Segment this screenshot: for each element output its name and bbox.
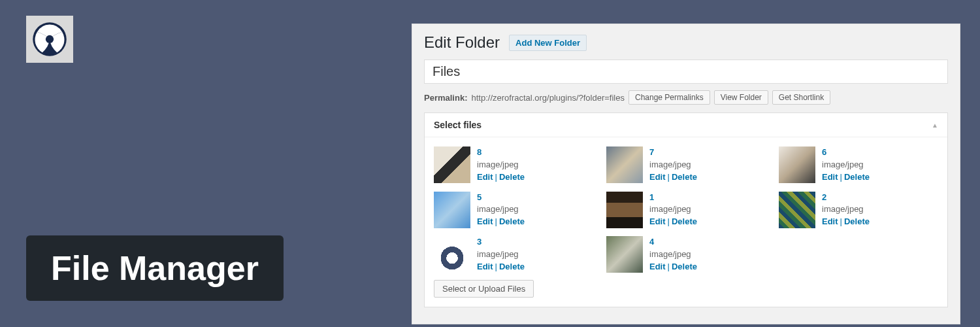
file-meta: 1image/jpegEdit|Delete — [649, 192, 697, 229]
select-or-upload-button[interactable]: Select or Upload Files — [434, 280, 534, 298]
file-name-link[interactable]: 8 — [477, 146, 525, 159]
file-item: 8image/jpegEdit|Delete — [434, 146, 593, 184]
select-files-metabox: Select files ▲ 8image/jpegEdit|Delete7im… — [424, 112, 948, 307]
file-name-link[interactable]: 6 — [822, 146, 870, 159]
add-new-folder-button[interactable]: Add New Folder — [509, 35, 587, 51]
edit-link[interactable]: Edit — [477, 262, 493, 271]
file-meta: 3image/jpegEdit|Delete — [477, 236, 525, 273]
file-thumbnail[interactable] — [779, 146, 815, 183]
file-thumbnail[interactable] — [779, 192, 815, 228]
get-shortlink-button[interactable]: Get Shortlink — [772, 90, 830, 105]
file-name-link[interactable]: 3 — [477, 236, 525, 249]
file-thumbnail[interactable] — [434, 236, 470, 273]
file-actions: Edit|Delete — [477, 261, 525, 273]
action-separator: | — [666, 172, 672, 182]
file-thumbnail[interactable] — [606, 146, 643, 183]
edit-link[interactable]: Edit — [649, 216, 666, 226]
file-mime: image/jpeg — [477, 159, 525, 171]
file-item: 2image/jpegEdit|Delete — [779, 192, 938, 229]
file-name-link[interactable]: 2 — [822, 192, 870, 204]
file-item: 7image/jpegEdit|Delete — [606, 146, 766, 184]
delete-link[interactable]: Delete — [672, 172, 697, 182]
action-separator: | — [838, 216, 844, 226]
edit-link[interactable]: Edit — [822, 172, 838, 182]
action-separator: | — [493, 216, 499, 226]
file-actions: Edit|Delete — [649, 261, 697, 273]
file-meta: 6image/jpegEdit|Delete — [822, 146, 870, 184]
banner-title: File Manager — [26, 235, 284, 301]
action-separator: | — [666, 262, 672, 271]
file-name-link[interactable]: 7 — [649, 146, 697, 159]
file-name-link[interactable]: 5 — [477, 192, 525, 204]
permalink-url: http://zerofractal.org/plugins/?folder=f… — [471, 93, 625, 103]
file-actions: Edit|Delete — [822, 171, 870, 184]
folder-name-input[interactable]: Files — [424, 60, 948, 84]
delete-link[interactable]: Delete — [499, 216, 525, 226]
file-meta: 5image/jpegEdit|Delete — [477, 192, 525, 229]
file-mime: image/jpeg — [477, 249, 525, 261]
action-separator: | — [493, 172, 499, 182]
file-item: 5image/jpegEdit|Delete — [434, 192, 593, 229]
action-separator: | — [493, 262, 499, 271]
delete-link[interactable]: Delete — [499, 262, 525, 271]
file-actions: Edit|Delete — [477, 171, 525, 184]
edit-link[interactable]: Edit — [477, 172, 493, 182]
file-actions: Edit|Delete — [649, 171, 697, 184]
plugin-logo — [26, 16, 73, 63]
action-separator: | — [838, 172, 844, 182]
file-name-link[interactable]: 4 — [649, 236, 697, 249]
file-item: 6image/jpegEdit|Delete — [779, 146, 938, 184]
delete-link[interactable]: Delete — [499, 172, 525, 182]
file-meta: 4image/jpegEdit|Delete — [649, 236, 697, 273]
file-thumbnail[interactable] — [434, 192, 470, 228]
view-folder-button[interactable]: View Folder — [714, 90, 768, 105]
file-mime: image/jpeg — [649, 159, 697, 171]
delete-link[interactable]: Delete — [672, 216, 697, 226]
edit-link[interactable]: Edit — [649, 172, 666, 182]
file-name-link[interactable]: 1 — [649, 192, 697, 204]
edit-link[interactable]: Edit — [477, 216, 493, 226]
svg-point-1 — [46, 35, 54, 43]
change-permalinks-button[interactable]: Change Permalinks — [629, 90, 710, 105]
file-meta: 8image/jpegEdit|Delete — [477, 146, 525, 184]
file-mime: image/jpeg — [649, 203, 697, 216]
file-item: 4image/jpegEdit|Delete — [606, 236, 766, 273]
delete-link[interactable]: Delete — [844, 172, 870, 182]
file-thumbnail[interactable] — [434, 146, 470, 183]
panel-header: Edit Folder Add New Folder — [424, 33, 948, 52]
file-mime: image/jpeg — [822, 203, 870, 216]
file-thumbnail[interactable] — [606, 192, 643, 228]
edit-link[interactable]: Edit — [649, 262, 666, 271]
file-grid: 8image/jpegEdit|Delete7image/jpegEdit|De… — [425, 137, 947, 280]
metabox-title: Select files — [434, 120, 482, 130]
page-title: Edit Folder — [424, 33, 500, 52]
file-meta: 2image/jpegEdit|Delete — [822, 192, 870, 229]
file-item: 3image/jpegEdit|Delete — [434, 236, 593, 273]
file-item: 1image/jpegEdit|Delete — [606, 192, 766, 229]
delete-link[interactable]: Delete — [844, 216, 870, 226]
file-actions: Edit|Delete — [477, 216, 525, 228]
file-mime: image/jpeg — [649, 249, 697, 261]
permalink-label: Permalink: — [424, 93, 467, 103]
file-meta: 7image/jpegEdit|Delete — [649, 146, 697, 184]
file-actions: Edit|Delete — [649, 216, 697, 228]
file-thumbnail[interactable] — [606, 236, 643, 273]
delete-link[interactable]: Delete — [672, 262, 697, 271]
zerofractal-logo-icon — [31, 21, 68, 58]
editor-panel: Edit Folder Add New Folder Files Permali… — [412, 24, 960, 324]
file-mime: image/jpeg — [822, 159, 870, 171]
file-mime: image/jpeg — [477, 203, 525, 216]
file-actions: Edit|Delete — [822, 216, 870, 228]
collapse-toggle-icon[interactable]: ▲ — [932, 122, 938, 129]
edit-link[interactable]: Edit — [822, 216, 838, 226]
action-separator: | — [666, 216, 672, 226]
permalink-row: Permalink: http://zerofractal.org/plugin… — [424, 86, 948, 112]
metabox-header: Select files ▲ — [425, 113, 947, 137]
